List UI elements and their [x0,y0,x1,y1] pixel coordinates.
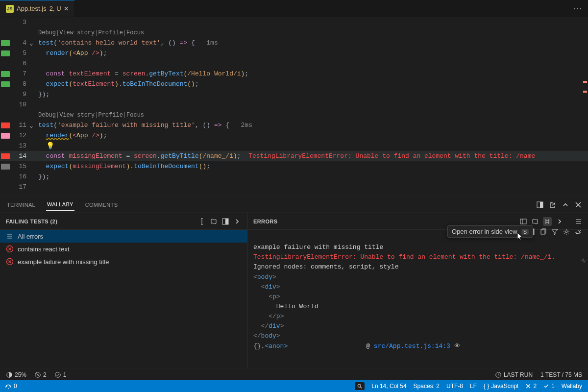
editor[interactable]: 3 Debug | View story | Profile | Focus 4… [0,17,588,196]
tab-filename: App.test.js [17,5,47,12]
svg-rect-3 [225,219,228,224]
filter-icon[interactable] [551,228,559,236]
last-run[interactable]: LAST RUN [495,371,533,378]
chevron-up-icon[interactable] [562,201,569,209]
search-status-icon[interactable] [355,382,365,390]
cursor-position[interactable]: Ln 14, Col 54 [371,383,406,390]
error-location-link[interactable]: src/App.test.js:14:3 [374,343,450,350]
svg-point-14 [55,372,60,377]
language-mode[interactable]: { } JavaScript [484,383,518,390]
chevron-right-icon[interactable] [556,218,564,225]
errors-count[interactable]: 2 [34,371,47,378]
warnings-count[interactable]: 1 [54,371,67,378]
encoding[interactable]: UTF-8 [446,383,463,390]
test-row[interactable]: contains react text [0,243,247,255]
tab-wallaby[interactable]: WALLABY [46,198,74,211]
text-cursor-icon[interactable] [198,218,206,225]
test-label: example failure with missing title [18,258,109,266]
codelens[interactable]: Debug | View story | Profile | Focus [0,27,588,38]
bug-icon[interactable] [574,228,582,236]
wallaby-label[interactable]: Wallaby [562,383,582,390]
fail-icon [6,258,14,266]
inline-error: TestingLibraryElementError: Unable to fi… [248,152,535,160]
errors-panel: ERRORS Open error in side view S [247,213,588,368]
codelens[interactable]: Debug | View story | Profile | Focus [0,110,588,120]
tab-comments[interactable]: COMMENTS [84,199,119,211]
tab-bar: JS App.test.js 2, U × ⋯ [0,0,588,17]
failing-tests-panel: FAILING TESTS (2) All errors contains re… [0,213,247,368]
close-icon[interactable]: × [64,4,69,13]
more-icon[interactable]: ⋯ [573,3,582,14]
svg-rect-1 [540,202,543,208]
remote-icon[interactable]: 0 [5,383,17,390]
svg-rect-9 [541,230,545,234]
layout-icon[interactable] [519,218,527,225]
diff-icon[interactable] [543,217,552,226]
test-row-all-errors[interactable]: All errors [0,230,247,243]
fail-icon [6,245,14,253]
wallaby-fail-count[interactable]: 2 [525,383,537,390]
test-label: contains react text [18,245,70,253]
tab-terminal[interactable]: TERMINAL [6,199,36,211]
test-label: All errors [18,233,43,240]
failing-tests-title: FAILING TESTS (2) [6,219,57,224]
errors-title: ERRORS [253,219,277,224]
copy-icon[interactable] [539,228,547,236]
chevron-right-icon[interactable] [233,218,241,225]
test-row[interactable]: example failure with missing title [0,255,247,268]
status-bar: 0 Ln 14, Col 54 Spaces: 2 UTF-8 LF { } J… [0,380,588,392]
map-icon[interactable] [210,218,218,225]
tab-app-test[interactable]: JS App.test.js 2, U × [0,0,75,17]
tab-badge: 2, U [49,5,61,12]
indent-setting[interactable]: Spaces: 2 [414,383,440,390]
activity-icon [580,257,587,264]
eye-icon[interactable]: 👁 [454,343,461,350]
gear-icon[interactable] [563,228,570,236]
eol[interactable]: LF [470,383,477,390]
layout-icon[interactable] [536,201,544,209]
list-icon [6,232,14,240]
js-icon: JS [6,5,14,13]
open-external-icon[interactable] [549,201,557,209]
svg-point-10 [565,231,567,233]
error-output[interactable]: example failure with missing title Testi… [247,230,588,368]
panel-tab-bar: TERMINAL WALLABY COMMENTS [0,196,588,213]
svg-point-11 [577,231,580,234]
svg-rect-6 [520,219,526,224]
mouse-cursor [516,232,524,242]
lightbulb-icon[interactable]: 💡 [46,142,54,150]
status-bar-secondary: 25% 2 1 LAST RUN 1 TEST / 75 MS [0,368,588,380]
wallaby-pass-count[interactable]: 1 [543,383,555,390]
toggle-list-icon[interactable] [574,218,582,225]
zoom-indicator[interactable]: 25% [6,371,26,378]
close-panel-icon[interactable] [574,201,582,209]
tooltip-text: Open error in side view [452,228,517,235]
test-stats[interactable]: 1 TEST / 75 MS [540,371,582,378]
map-icon[interactable] [531,218,539,225]
svg-point-16 [358,384,361,387]
side-panel-icon[interactable] [221,218,229,225]
